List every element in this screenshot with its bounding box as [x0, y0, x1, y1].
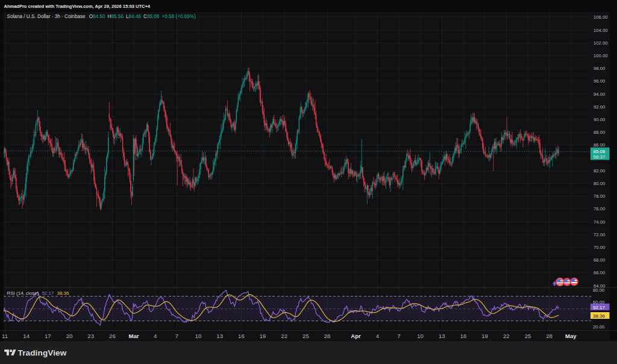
svg-text:AhmadPro created with TradingV: AhmadPro created with TradingView.com, A…	[4, 4, 151, 9]
svg-text:22: 22	[281, 333, 287, 339]
svg-text:Apr: Apr	[351, 333, 361, 339]
svg-text:104.00: 104.00	[594, 28, 608, 33]
svg-text:92.00: 92.00	[594, 104, 605, 110]
svg-text:17: 17	[45, 333, 51, 339]
svg-text:Mar: Mar	[128, 333, 139, 339]
svg-text:13: 13	[439, 333, 445, 339]
svg-text:88.00: 88.00	[594, 130, 605, 135]
svg-text:19: 19	[260, 333, 266, 339]
svg-text:13: 13	[216, 333, 223, 339]
svg-text:68.00: 68.00	[594, 257, 605, 263]
svg-text:14: 14	[23, 333, 30, 339]
svg-text:4: 4	[376, 333, 380, 339]
svg-text:25: 25	[525, 333, 531, 339]
svg-text:10: 10	[195, 333, 202, 339]
svg-text:19: 19	[481, 333, 488, 339]
svg-text:Solana / U.S. Dollar · 3h · Co: Solana / U.S. Dollar · 3h · CoinbaseO84.…	[7, 14, 196, 19]
svg-text:100.00: 100.00	[594, 53, 608, 58]
svg-text:TradingView: TradingView	[18, 348, 67, 357]
svg-text:11: 11	[2, 333, 8, 339]
svg-text:28: 28	[324, 333, 331, 339]
svg-text:76.00: 76.00	[594, 206, 605, 212]
svg-text:102.00: 102.00	[594, 40, 608, 46]
svg-text:52.17: 52.17	[593, 305, 606, 310]
svg-text:78.00: 78.00	[594, 193, 605, 199]
svg-text:22: 22	[503, 333, 510, 339]
svg-text:23: 23	[87, 333, 94, 339]
svg-text:7: 7	[175, 333, 178, 339]
svg-text:82.00: 82.00	[594, 168, 605, 174]
svg-text:38.36: 38.36	[593, 313, 606, 319]
svg-text:26: 26	[109, 333, 116, 339]
svg-text:20.00: 20.00	[593, 324, 604, 330]
svg-text:94.00: 94.00	[594, 92, 605, 97]
svg-text:74.00: 74.00	[594, 219, 605, 225]
svg-text:56:37: 56:37	[594, 154, 606, 160]
svg-text:80.00: 80.00	[593, 287, 604, 293]
svg-text:98.00: 98.00	[594, 66, 605, 71]
svg-text:90.00: 90.00	[594, 117, 605, 122]
svg-text:106.00: 106.00	[594, 14, 608, 20]
svg-text:86.00: 86.00	[594, 142, 605, 148]
svg-text:7: 7	[397, 333, 400, 339]
svg-text:70.00: 70.00	[594, 245, 605, 250]
svg-text:20: 20	[66, 333, 73, 339]
svg-text:28: 28	[546, 333, 553, 339]
svg-text:85.08: 85.08	[594, 149, 606, 154]
svg-text:72.00: 72.00	[594, 232, 605, 237]
svg-text:16: 16	[238, 333, 245, 339]
svg-text:25: 25	[302, 333, 309, 339]
svg-text:96.00: 96.00	[594, 78, 605, 84]
svg-text:RSI (14, close)52.1738.36: RSI (14, close)52.1738.36	[7, 290, 70, 296]
svg-text:16: 16	[460, 333, 467, 339]
svg-text:10: 10	[417, 333, 424, 339]
svg-text:May: May	[565, 333, 577, 339]
svg-text:66.00: 66.00	[594, 270, 605, 275]
svg-text:80.00: 80.00	[594, 181, 605, 186]
svg-text:4: 4	[154, 333, 157, 339]
